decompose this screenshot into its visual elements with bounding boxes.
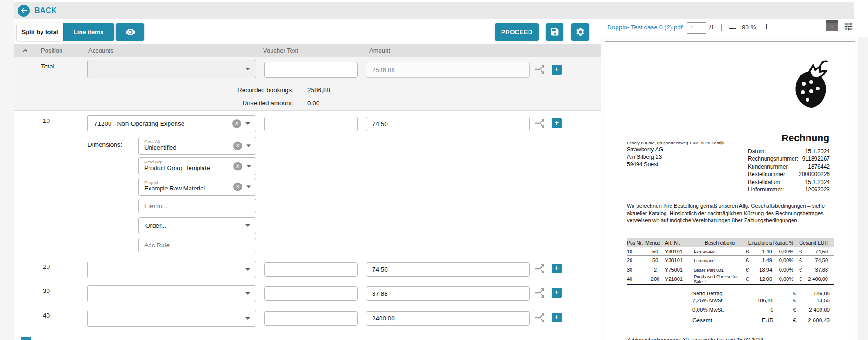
accounts-select-row-40[interactable] (87, 310, 256, 327)
clear-icon[interactable]: ✕ (233, 162, 242, 171)
split-amount-icon[interactable] (533, 262, 547, 276)
totals-currency: € (773, 317, 796, 324)
invoice-meta-row: Bestellnummer2000000226 (748, 171, 830, 178)
plus-icon: + (555, 313, 559, 321)
row-divider (14, 306, 601, 306)
left-gutter (0, 0, 14, 340)
dimensions-label: Dimensions: (88, 141, 122, 148)
collapse-chevron-icon[interactable] (21, 47, 29, 55)
invoice-meta-row: Kundennummer1876442 (748, 163, 830, 171)
save-button[interactable] (546, 23, 563, 41)
accounts-select-row-10[interactable]: 71200 - Non-Operating Expense ✕ (87, 115, 256, 132)
plus-icon: + (555, 118, 559, 127)
amount-input-row-20[interactable] (366, 262, 530, 277)
dimension-order-select[interactable]: Order... (138, 217, 256, 234)
back-button[interactable] (18, 5, 30, 17)
invoice-meta-block: Datum:15.1.2024Rechnungsnummer:911892167… (748, 148, 830, 194)
invoice-footer-text: Zahlungsbedingungen: 30 Tage netto bis z… (627, 337, 763, 340)
gear-icon (576, 27, 585, 37)
voucher-input-row-20[interactable] (264, 262, 358, 277)
recorded-bookings-value: 2586,88 (307, 87, 330, 94)
invoice-sender-line: Fabory Kuurne, Brugsesteenweg 166a, 8520… (627, 141, 725, 145)
right-strip (858, 37, 868, 340)
tune-icon[interactable] (843, 21, 854, 32)
add-split-row-button[interactable]: + (552, 313, 562, 322)
split-amount-icon[interactable] (533, 286, 547, 300)
invoice-item-row: 302Y75001Spare Part 001€18,940,00%€37,88 (627, 265, 834, 274)
split-table-header: Position Accounts Voucher Text Amount (14, 44, 601, 57)
strawberry-logo-icon (791, 60, 828, 110)
eye-icon (125, 27, 136, 37)
accounts-select-row-20[interactable] (87, 261, 256, 278)
add-split-row-button[interactable]: + (552, 65, 562, 75)
split-amount-icon[interactable] (533, 311, 547, 325)
total-accounts-select[interactable] (87, 60, 256, 78)
voucher-input-row-30[interactable] (264, 286, 358, 301)
items-header-art: Art. Nr. (665, 240, 694, 245)
totals-value: 2 600,43 (796, 317, 830, 324)
invoice-title: Rechnung (736, 132, 829, 143)
invoice-item-row: 2050Y30101Lemonade€1,490,00%€74,50 (627, 256, 834, 265)
chevron-down-icon (245, 224, 250, 227)
split-by-total-label: Split by total (22, 28, 58, 35)
chevron-down-icon (245, 122, 250, 125)
totals-label: Netto Betrag (692, 291, 744, 296)
preview-button[interactable] (116, 23, 144, 41)
clear-icon[interactable]: ✕ (232, 119, 241, 128)
dimension-cost-ctr-select[interactable]: Cost Ctr Unidentified ✕ (138, 137, 256, 155)
split-by-total-button[interactable]: Split by total (17, 23, 63, 41)
accounts-select-row-30[interactable] (87, 285, 256, 302)
row-position: 10 (43, 117, 50, 124)
dimension-project-select[interactable]: Project. Example Raw Material ✕ (138, 178, 256, 196)
row-divider (14, 331, 601, 331)
amount-input-row-30[interactable] (366, 286, 530, 301)
invoice-intro-text: Wir berechnen Ihre Bestellung gemäß unse… (627, 203, 842, 224)
totals-mid (744, 291, 773, 296)
zoom-in-icon[interactable]: + (764, 21, 770, 33)
page-number-input[interactable] (687, 22, 706, 34)
invoice-item-row: 40200Y21001Purchased Cheese for Sale 1€1… (627, 274, 834, 284)
app-window: BACK Split by total Line items PROCEED P… (0, 0, 868, 340)
totals-gesamt-row: Gesamt EUR € 2 600,43 (692, 317, 830, 324)
totals-currency: € (773, 307, 796, 313)
invoice-item-row: 1050Y30101Lemonade€1,490,00%€74,50 (627, 247, 834, 256)
fit-to-page-icon[interactable]: + (826, 20, 838, 31)
invoice-meta-row: Liefernummer:12062023 (748, 186, 830, 194)
split-amount-icon[interactable] (533, 116, 547, 130)
column-amount: Amount (369, 47, 390, 54)
totals-mwst0-row: 0,00% MwSt. 0 € 2 400,00 (692, 307, 830, 313)
back-label[interactable]: BACK (34, 7, 57, 15)
pdf-page: Rechnung Fabory Kuurne, Brugsesteenweg 1… (605, 41, 855, 340)
settings-button[interactable] (571, 23, 589, 41)
invoice-meta-row: Bestelldatum15.1.2024 (748, 179, 830, 186)
row-divider (14, 282, 601, 282)
dimension-acc-rule-input[interactable] (138, 238, 256, 252)
pdf-filename-link[interactable]: Doppio- Test case 6 (2).pdf (607, 24, 683, 31)
add-split-row-button[interactable]: + (552, 118, 562, 128)
add-split-row-button[interactable]: + (552, 288, 562, 298)
clear-icon[interactable]: ✕ (233, 183, 242, 191)
voucher-input-row-10[interactable] (264, 117, 358, 131)
voucher-input-row-40[interactable] (264, 311, 358, 326)
split-amount-icon[interactable] (533, 62, 547, 76)
amount-input-row-10[interactable] (366, 117, 530, 131)
proceed-button[interactable]: PROCEED (495, 23, 539, 41)
chevron-down-icon (245, 317, 250, 320)
total-amount-input[interactable] (366, 62, 530, 78)
dimension-element-input[interactable] (138, 199, 256, 213)
add-split-row-button[interactable]: + (552, 264, 562, 273)
items-header-menge: Menge (645, 240, 665, 245)
dimension-prod-grp-select[interactable]: Prod Grp Product Group Template ✕ (138, 157, 256, 175)
amount-input-row-40[interactable] (366, 311, 530, 326)
invoice-items-body: 1050Y30101Lemonade€1,490,00%€74,50 2050Y… (627, 247, 834, 284)
totals-label: Gesamt (692, 317, 744, 324)
clear-icon[interactable]: ✕ (233, 142, 242, 150)
totals-value: 13,55 (796, 298, 830, 303)
recipient-street: Am Silberg 23 (627, 154, 662, 160)
total-voucher-input[interactable] (264, 62, 358, 78)
zoom-out-icon[interactable] (729, 28, 736, 29)
add-row-button-partial[interactable] (21, 337, 31, 340)
line-items-button[interactable]: Line items (63, 23, 114, 41)
totals-mid: 186,88 (744, 298, 773, 303)
recipient-city: 59494 Soest (627, 161, 658, 168)
